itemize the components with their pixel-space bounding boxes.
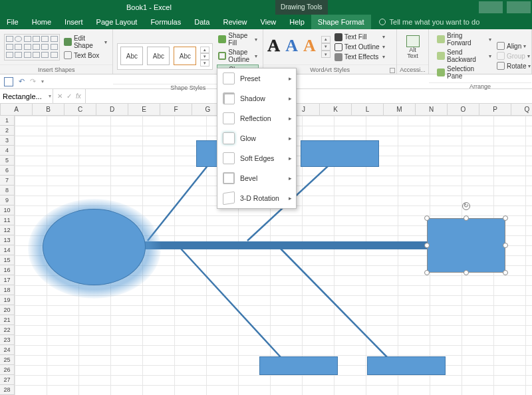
rect-shape-bottom-left[interactable]: [259, 356, 338, 375]
align-button[interactable]: Align▾: [495, 41, 527, 51]
row-header[interactable]: 15: [0, 255, 14, 265]
row-header[interactable]: 13: [0, 235, 14, 245]
text-fill-button[interactable]: Text Fill▾: [333, 33, 386, 42]
column-header[interactable]: F: [160, 104, 192, 115]
row-header[interactable]: 11: [0, 215, 14, 225]
cancel-icon[interactable]: ✕: [57, 92, 63, 100]
gallery-down-icon[interactable]: ▾: [200, 53, 209, 60]
column-header[interactable]: E: [128, 104, 160, 115]
effects-soft-edges[interactable]: Soft Edges▸: [217, 148, 296, 168]
text-box-button[interactable]: Text Box: [63, 51, 108, 60]
row-header[interactable]: 9: [0, 196, 14, 205]
column-header[interactable]: Q: [511, 104, 532, 115]
style-chip-3[interactable]: Abc: [174, 47, 196, 65]
row-header[interactable]: 5: [0, 156, 14, 166]
row-header[interactable]: 19: [0, 295, 14, 305]
resize-handle[interactable]: [424, 243, 430, 248]
tab-help[interactable]: Help: [283, 15, 311, 29]
row-header[interactable]: 12: [0, 225, 14, 235]
row-header[interactable]: 20: [0, 305, 14, 315]
shape-style-gallery[interactable]: Abc Abc Abc ▴▾▾: [117, 43, 213, 70]
gallery-up-icon[interactable]: ▴: [200, 47, 209, 53]
tab-shape-format[interactable]: Shape Format: [311, 15, 371, 29]
edit-shape-button[interactable]: Edit Shape▾: [63, 34, 108, 50]
row-header[interactable]: 8: [0, 186, 14, 196]
dialog-launcher-icon[interactable]: [390, 68, 395, 73]
undo-icon[interactable]: ↶: [19, 77, 25, 86]
row-header[interactable]: 6: [0, 166, 14, 176]
column-header[interactable]: A: [1, 104, 33, 115]
save-icon[interactable]: [4, 77, 13, 86]
column-header[interactable]: N: [416, 104, 448, 115]
tell-me-search[interactable]: Tell me what you want to do: [371, 15, 480, 29]
effects-reflection[interactable]: Reflection▸: [217, 108, 296, 128]
resize-handle[interactable]: [464, 215, 469, 221]
row-header[interactable]: 23: [0, 335, 14, 345]
tab-review[interactable]: Review: [216, 15, 253, 29]
resize-handle[interactable]: [503, 243, 508, 248]
row-header[interactable]: 25: [0, 355, 14, 365]
row-header[interactable]: 7: [0, 176, 14, 186]
tab-file[interactable]: File: [0, 15, 25, 29]
row-header[interactable]: 28: [0, 385, 14, 395]
row-header[interactable]: 10: [0, 205, 14, 215]
style-chip-1[interactable]: Abc: [120, 47, 143, 65]
row-header[interactable]: 18: [0, 285, 14, 295]
text-outline-button[interactable]: Text Outline▾: [333, 43, 386, 52]
row-header[interactable]: 21: [0, 315, 14, 325]
column-header[interactable]: L: [352, 104, 384, 115]
style-chip-2[interactable]: Abc: [147, 47, 170, 65]
effects-preset[interactable]: Preset▸: [217, 68, 296, 88]
effects-3d-rotation[interactable]: 3-D Rotation▸: [217, 188, 296, 208]
tab-data[interactable]: Data: [188, 15, 216, 29]
resize-handle[interactable]: [503, 270, 508, 275]
shape-fill-button[interactable]: Shape Fill▾: [217, 31, 259, 47]
tab-view[interactable]: View: [254, 15, 283, 29]
qat-customize-icon[interactable]: ▾: [41, 78, 44, 84]
tab-formulas[interactable]: Formulas: [144, 15, 188, 29]
alt-text-button[interactable]: Alt Text: [401, 33, 424, 62]
rect-shape-selected[interactable]: [427, 218, 505, 273]
row-header[interactable]: 17: [0, 275, 14, 285]
shape-outline-button[interactable]: Shape Outline▾: [217, 48, 259, 64]
gallery-more-icon[interactable]: ▾: [200, 60, 209, 66]
bring-forward-button[interactable]: Bring Forward▾: [436, 31, 493, 47]
rotate-button[interactable]: Rotate▾: [495, 61, 527, 70]
rect-shape-bottom-right[interactable]: [367, 356, 446, 375]
row-header[interactable]: 26: [0, 365, 14, 375]
rect-shape-top-right[interactable]: [301, 140, 379, 167]
column-header[interactable]: M: [384, 104, 416, 115]
row-header[interactable]: 24: [0, 345, 14, 355]
text-effects-button[interactable]: Text Effects▾: [333, 53, 386, 62]
tab-page-layout[interactable]: Page Layout: [90, 15, 144, 29]
row-header[interactable]: 14: [0, 245, 14, 255]
row-header[interactable]: 3: [0, 136, 14, 146]
resize-handle[interactable]: [464, 270, 469, 275]
column-header[interactable]: B: [33, 104, 65, 115]
row-header[interactable]: 1: [0, 116, 14, 126]
column-header[interactable]: D: [96, 104, 128, 115]
column-header[interactable]: O: [448, 104, 479, 115]
row-header[interactable]: 27: [0, 375, 14, 385]
rotate-handle[interactable]: [462, 202, 470, 210]
group-button[interactable]: Group▾: [495, 51, 527, 61]
name-box[interactable]: Rectangle...▾: [0, 89, 53, 103]
oval-shape[interactable]: [43, 209, 146, 285]
row-header[interactable]: 16: [0, 265, 14, 275]
column-header[interactable]: P: [479, 104, 511, 115]
effects-shadow[interactable]: Shadow▸: [217, 88, 296, 108]
column-header[interactable]: K: [320, 104, 352, 115]
row-header[interactable]: 2: [0, 126, 14, 136]
row-header[interactable]: 4: [0, 146, 14, 156]
enter-icon[interactable]: ✓: [66, 92, 72, 100]
formula-input[interactable]: [85, 89, 532, 103]
effects-bevel[interactable]: Bevel▸: [217, 168, 296, 188]
effects-glow[interactable]: Glow▸: [217, 128, 296, 148]
resize-handle[interactable]: [503, 215, 508, 221]
selection-pane-button[interactable]: Selection Pane: [436, 65, 493, 80]
tab-home[interactable]: Home: [25, 15, 58, 29]
row-header[interactable]: 22: [0, 325, 14, 335]
send-backward-button[interactable]: Send Backward▾: [436, 48, 493, 64]
redo-icon[interactable]: ↷: [30, 77, 36, 86]
tab-insert[interactable]: Insert: [58, 15, 90, 29]
